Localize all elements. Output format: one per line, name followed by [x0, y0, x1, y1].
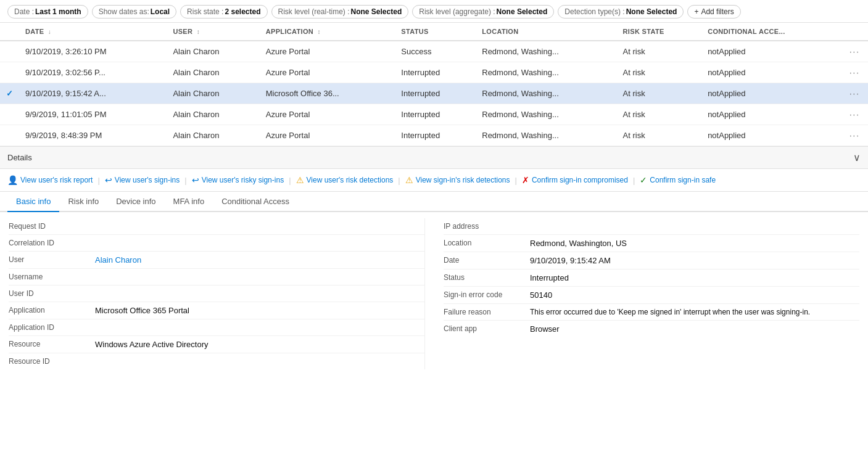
confirm-safe-label: Confirm sign-in safe	[650, 176, 716, 184]
risk-level-aggregate-filter[interactable]: Risk level (aggregate) : None Selected	[412, 5, 554, 18]
detail-value: Microsoft Office 365 Portal	[95, 306, 424, 315]
details-chevron-icon: ∨	[853, 152, 861, 163]
row-date-1: 9/10/2019, 3:02:56 P...	[19, 62, 167, 83]
row-app-2: Microsoft Office 36...	[260, 83, 395, 104]
risk-level-rt-val: None Selected	[351, 7, 402, 16]
row-ellipsis-1[interactable]: ···	[843, 62, 868, 83]
signin-risk-icon: ⚠	[405, 175, 413, 185]
tab-basic-info[interactable]: Basic info	[7, 192, 59, 212]
date-filter[interactable]: Date : Last 1 month	[7, 5, 88, 18]
row-user-2: Alain Charon	[167, 83, 259, 104]
row-date-0: 9/10/2019, 3:26:10 PM	[19, 41, 167, 62]
sign-ins-table-container: DATE ↓ USER ↕ APPLICATION ↕ STATUS LOCAT…	[0, 23, 868, 147]
details-bar[interactable]: Details ∨	[0, 147, 868, 169]
detail-value: This error occurred due to 'Keep me sign…	[530, 308, 859, 316]
row-status-1: Interrupted	[395, 62, 476, 83]
detail-label: User ID	[9, 289, 89, 298]
row-ca-4: notApplied	[701, 125, 843, 146]
detail-row: Status Interrupted	[444, 269, 859, 287]
filter-bar: Date : Last 1 month Show dates as: Local…	[0, 0, 868, 23]
table-row[interactable]: 9/9/2019, 8:48:39 PM Alain Charon Azure …	[0, 125, 868, 146]
row-ellipsis-4[interactable]: ···	[843, 125, 868, 146]
table-row[interactable]: 9/10/2019, 3:26:10 PM Alain Charon Azure…	[0, 41, 868, 62]
row-ca-3: notApplied	[701, 104, 843, 125]
detection-types-val: None Selected	[626, 7, 677, 16]
row-app-0: Azure Portal	[260, 41, 395, 62]
detail-row: Failure reason This error occurred due t…	[444, 304, 859, 321]
detail-row: Username	[9, 269, 424, 286]
table-row[interactable]: 9/9/2019, 11:01:05 PM Alain Charon Azure…	[0, 104, 868, 125]
row-check-1	[0, 62, 19, 83]
row-location-4: Redmond, Washing...	[476, 125, 616, 146]
detail-label: User	[9, 255, 89, 264]
user-sort-icon: ↕	[197, 28, 200, 35]
add-filters-label: Add filters	[701, 7, 734, 16]
detail-value[interactable]: Alain Charon	[95, 255, 424, 265]
add-filters-icon: +	[694, 7, 698, 16]
detail-label: Status	[444, 273, 524, 282]
detail-row: IP address	[444, 218, 859, 235]
row-user-0: Alain Charon	[167, 41, 259, 62]
tab-mfa-info[interactable]: MFA info	[165, 192, 213, 212]
detail-row: Sign-in error code 50140	[444, 287, 859, 304]
detail-row: User ID	[9, 286, 424, 302]
risk-state-filter[interactable]: Risk state : 2 selected	[180, 5, 267, 18]
tab-risk-info[interactable]: Risk info	[59, 192, 107, 212]
view-risk-detections-label: View user's risk detections	[307, 176, 394, 184]
confirm-safe-link[interactable]: ✓ Confirm sign-in safe	[640, 175, 716, 185]
row-location-2: Redmond, Washing...	[476, 83, 616, 104]
risky-sign-ins-icon: ↩	[192, 175, 199, 185]
add-filters-button[interactable]: + Add filters	[687, 5, 740, 18]
row-app-4: Azure Portal	[260, 125, 395, 146]
basic-info-panel: Request ID Correlation ID User Alain Cha…	[0, 212, 868, 376]
table-row[interactable]: ✓ 9/10/2019, 9:15:42 A... Alain Charon M…	[0, 83, 868, 104]
row-ellipsis-0[interactable]: ···	[843, 41, 868, 62]
tab-device-info[interactable]: Device info	[107, 192, 164, 212]
safe-icon: ✓	[640, 175, 647, 185]
show-dates-val: Local	[151, 7, 170, 16]
detail-value: Interrupted	[530, 273, 859, 282]
detail-label: Correlation ID	[9, 239, 89, 247]
details-label: Details	[7, 153, 32, 162]
view-risk-report-label: View user's risk report	[20, 176, 93, 184]
tab-conditional-access[interactable]: Conditional Access	[213, 192, 298, 212]
table-row[interactable]: 9/10/2019, 3:02:56 P... Alain Charon Azu…	[0, 62, 868, 83]
detail-value: Browser	[530, 324, 859, 334]
col-risk-state: RISK STATE	[617, 23, 702, 41]
risk-state-val: 2 selected	[225, 7, 260, 16]
row-risk-4: At risk	[617, 125, 702, 146]
col-application[interactable]: APPLICATION ↕	[260, 23, 395, 41]
detail-label: Sign-in error code	[444, 290, 524, 299]
col-conditional-access: CONDITIONAL ACCE...	[701, 23, 843, 41]
detection-types-filter[interactable]: Detection type(s) : None Selected	[558, 5, 684, 18]
view-sign-ins-link[interactable]: ↩ View user's sign-ins	[105, 175, 180, 185]
detail-value: Redmond, Washington, US	[530, 239, 859, 248]
row-user-3: Alain Charon	[167, 104, 259, 125]
row-ellipsis-3[interactable]: ···	[843, 104, 868, 125]
risk-level-realtime-filter[interactable]: Risk level (real-time) : None Selected	[271, 5, 409, 18]
col-actions	[843, 23, 868, 41]
row-check-3	[0, 104, 19, 125]
detail-row: Application Microsoft Office 365 Portal	[9, 302, 424, 319]
detail-row: User Alain Charon	[9, 252, 424, 269]
date-sort-icon: ↓	[48, 28, 51, 35]
detail-label: Date	[444, 256, 524, 265]
col-date[interactable]: DATE ↓	[19, 23, 167, 41]
detail-label: Request ID	[9, 222, 89, 231]
view-signin-risk-label: View sign-in's risk detections	[416, 176, 510, 184]
confirm-compromised-link[interactable]: ✗ Confirm sign-in compromised	[522, 175, 628, 185]
view-risky-sign-ins-link[interactable]: ↩ View user's risky sign-ins	[192, 175, 284, 185]
date-filter-val: Last 1 month	[35, 7, 81, 16]
detail-label: Resource	[9, 340, 89, 348]
detail-tabs: Basic info Risk info Device info MFA inf…	[0, 192, 868, 212]
view-signin-risk-link[interactable]: ⚠ View sign-in's risk detections	[405, 175, 510, 185]
row-ellipsis-2[interactable]: ···	[843, 83, 868, 104]
row-status-2: Interrupted	[395, 83, 476, 104]
view-risk-detections-link[interactable]: ⚠ View user's risk detections	[296, 175, 394, 185]
view-risk-report-link[interactable]: 👤 View user's risk report	[7, 175, 93, 185]
row-status-0: Success	[395, 41, 476, 62]
row-user-1: Alain Charon	[167, 62, 259, 83]
col-user[interactable]: USER ↕	[167, 23, 259, 41]
show-dates-filter[interactable]: Show dates as: Local	[92, 5, 176, 18]
detail-label: Username	[9, 273, 89, 281]
